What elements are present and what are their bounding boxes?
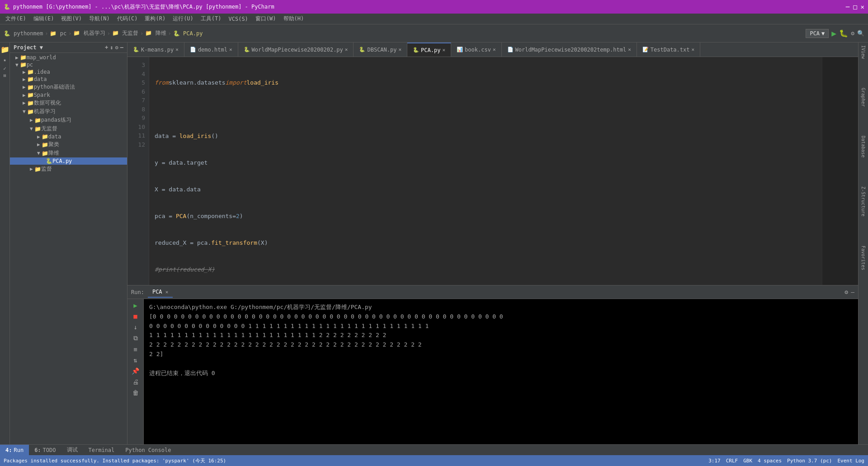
- code-editor[interactable]: 3 4 5 6 7 8 9 10 11 12 from sklearn.data…: [127, 57, 858, 285]
- bottom-tab-todo[interactable]: 6: TODO: [29, 445, 61, 455]
- bookmark-icon[interactable]: ★: [1, 56, 9, 64]
- menu-vcs[interactable]: VCS(S): [225, 15, 252, 23]
- wrap-button[interactable]: ≡: [132, 345, 138, 354]
- tab-close[interactable]: ✕: [493, 47, 496, 52]
- print-button[interactable]: 🖨: [132, 377, 140, 386]
- breadcrumb-dim[interactable]: 📁 降维: [145, 29, 166, 37]
- sidebar-add-icon[interactable]: +: [105, 44, 108, 51]
- tab-testdata[interactable]: 📝 TestData.txt ✕: [637, 43, 700, 57]
- close-button[interactable]: ✕: [861, 3, 864, 10]
- menu-edit[interactable]: 编辑(E): [30, 14, 58, 24]
- toolbar-more[interactable]: ⚙: [851, 30, 854, 37]
- breadcrumb-pythonmem[interactable]: 🐍 pythonmem: [4, 30, 43, 37]
- breadcrumb-file[interactable]: 🐍 PCA.py: [173, 30, 203, 37]
- tree-label: data: [34, 76, 47, 82]
- delete-button[interactable]: 🗑: [132, 388, 140, 397]
- tree-item-ml[interactable]: ▼ 📁 机器学习: [10, 107, 127, 116]
- status-spaces[interactable]: 4 spaces: [758, 458, 782, 464]
- tab-close[interactable]: ✕: [398, 47, 401, 52]
- sidebar-settings-icon[interactable]: ⚙: [115, 44, 118, 51]
- zstructure-icon[interactable]: Z-Structure: [860, 185, 867, 217]
- play-button[interactable]: ▶: [132, 301, 138, 310]
- menu-view[interactable]: 视图(V): [57, 14, 85, 24]
- tree-item-data2[interactable]: ▶ 📁 data: [10, 133, 127, 140]
- menu-run[interactable]: 运行(U): [169, 14, 197, 24]
- menu-window[interactable]: 窗口(W): [252, 14, 280, 24]
- tree-item-unsupervised[interactable]: ▼ 📁 无监督: [10, 124, 127, 133]
- tab-pca[interactable]: 🐍 PCA.py ✕: [407, 43, 451, 57]
- toolbar-search[interactable]: 🔍: [857, 30, 864, 37]
- status-crlf[interactable]: CRLF: [726, 458, 738, 464]
- tab-worldmap[interactable]: 🐍 WorldMapPiecewise20200202.py ✕: [238, 43, 354, 57]
- code-content[interactable]: from sklearn.datasets import load_iris d…: [149, 57, 822, 285]
- sidebar-collapse-icon[interactable]: —: [120, 44, 123, 51]
- status-event-log[interactable]: Event Log: [837, 458, 864, 464]
- tree-item-pandas[interactable]: ▶ 📁 pandas练习: [10, 116, 127, 124]
- tab-worldmap2[interactable]: 📄 WorldMapPiecewise20200202temp.html ✕: [502, 43, 637, 57]
- tree-item-dimred[interactable]: ▼ 📁 降维: [10, 149, 127, 157]
- menu-file[interactable]: 文件(E): [2, 14, 30, 24]
- tree-item-supervised[interactable]: ▶ 📁 监督: [10, 165, 127, 173]
- database-icon[interactable]: Database: [860, 135, 867, 158]
- iview-icon[interactable]: IView: [860, 44, 867, 60]
- tree-item-dataviz[interactable]: ▶ 📁 数据可视化: [10, 99, 127, 107]
- grapher-icon[interactable]: Grapher: [860, 87, 867, 108]
- debug-button[interactable]: 🐛: [839, 29, 848, 38]
- tree-item-clustering[interactable]: ▶ 📁 聚类: [10, 140, 127, 149]
- maximize-button[interactable]: □: [853, 3, 857, 10]
- breadcrumb-unsupervised[interactable]: 📁 无监督: [112, 29, 138, 37]
- sort-button[interactable]: ⇅: [132, 356, 138, 365]
- menu-code[interactable]: 代码(C): [113, 14, 142, 24]
- tab-demo[interactable]: 📄 demo.html ✕: [184, 43, 238, 57]
- tree-item-data[interactable]: ▶ 📁 data: [10, 76, 127, 83]
- menu-help[interactable]: 帮助(H): [280, 14, 308, 24]
- bottom-tab-terminal[interactable]: Terminal: [83, 445, 120, 455]
- stop-button[interactable]: ■: [132, 312, 138, 321]
- expand-icon: ▼: [30, 126, 33, 132]
- breadcrumb-ml[interactable]: 📁 机器学习: [73, 29, 105, 37]
- run-config-dropdown[interactable]: PCA ▼: [806, 29, 829, 38]
- tab-close[interactable]: ✕: [229, 47, 232, 52]
- tab-kmeans[interactable]: 🐍 K-means.py ✕: [127, 43, 184, 57]
- run-tab-pca[interactable]: PCA ✕: [148, 287, 173, 298]
- scroll-down-button[interactable]: ↓: [132, 323, 138, 332]
- tree-item-pcapy[interactable]: 🐍 PCA.py: [10, 157, 127, 165]
- pin-button[interactable]: 📌: [131, 366, 140, 376]
- tab-close[interactable]: ✕: [691, 47, 694, 52]
- bottom-tab-debug[interactable]: 调试: [61, 445, 83, 455]
- favorites-icon[interactable]: Favorites: [860, 245, 867, 271]
- run-tab-close[interactable]: ✕: [165, 289, 169, 295]
- status-python[interactable]: Python 3.7 (pc): [787, 458, 832, 464]
- todo-icon[interactable]: ✓: [1, 65, 9, 72]
- bottom-tab-python-console[interactable]: Python Console: [120, 445, 176, 455]
- status-position[interactable]: 3:17: [708, 458, 721, 464]
- tree-item-pc[interactable]: ▼ 📁 pc: [10, 61, 127, 68]
- sidebar-toolbar[interactable]: + ↕ ⚙ —: [105, 44, 123, 51]
- tree-item-idea[interactable]: ▶ 📁 .idea: [10, 68, 127, 76]
- tab-close[interactable]: ✕: [175, 47, 179, 52]
- tab-close[interactable]: ✕: [442, 47, 445, 53]
- tab-dbscan[interactable]: 🐍 DBSCAN.py ✕: [354, 43, 407, 57]
- panel-settings-icon[interactable]: ⚙: [844, 289, 848, 295]
- panel-minimize-icon[interactable]: —: [851, 289, 854, 295]
- minimize-button[interactable]: ─: [846, 3, 849, 10]
- tree-item-spark[interactable]: ▶ 📁 Spark: [10, 91, 127, 99]
- status-charset[interactable]: GBK: [743, 458, 752, 464]
- split-button[interactable]: ⧉: [132, 333, 139, 343]
- tree-item-map-world[interactable]: ▶ 📁 map_world: [10, 54, 127, 61]
- structure-icon[interactable]: ≡: [1, 73, 9, 78]
- tab-close[interactable]: ✕: [628, 47, 631, 52]
- project-icon[interactable]: 📁: [0, 44, 10, 55]
- bottom-tab-run[interactable]: 4: Run: [0, 445, 29, 455]
- panel-icons[interactable]: ⚙ —: [844, 289, 854, 295]
- breadcrumb-pc[interactable]: 📁 pc: [50, 30, 66, 37]
- menu-navigate[interactable]: 导航(N): [85, 14, 113, 24]
- tab-close[interactable]: ✕: [345, 47, 348, 52]
- menu-refactor[interactable]: 重构(R): [141, 14, 169, 24]
- tab-book[interactable]: 📊 book.csv ✕: [451, 43, 501, 57]
- run-button[interactable]: ▶: [831, 29, 836, 38]
- tree-item-python-basics[interactable]: ▶ 📁 python基础语法: [10, 83, 127, 91]
- menu-tools[interactable]: 工具(T): [197, 14, 225, 24]
- sidebar-sync-icon[interactable]: ↕: [110, 44, 113, 51]
- title-controls[interactable]: ─ □ ✕: [846, 3, 864, 10]
